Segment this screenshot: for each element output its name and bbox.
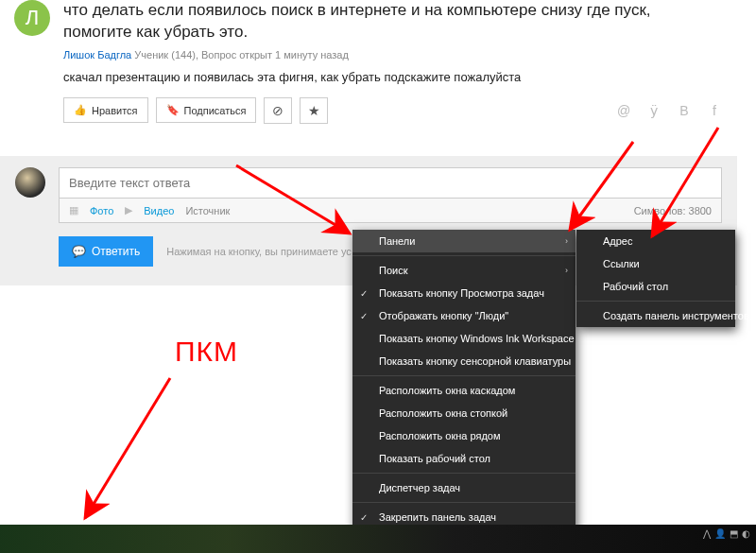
vk-icon[interactable]: B	[676, 103, 693, 118]
star-button[interactable]: ★	[300, 97, 328, 124]
ctx-search[interactable]: Поиск›	[352, 259, 576, 282]
author-avatar: Л	[14, 0, 50, 36]
terms-text: Нажимая на кнопку, вы принимаете ус	[166, 246, 352, 257]
fb-icon[interactable]: f	[706, 103, 723, 118]
check-icon: ✓	[360, 288, 368, 299]
windows-taskbar[interactable]: ⋀ 👤 ⬒ ◐	[0, 525, 756, 553]
chevron-right-icon: ›	[565, 236, 568, 246]
sub-links[interactable]: Ссылки	[576, 252, 735, 275]
photo-icon[interactable]: ▦	[69, 204, 78, 216]
check-icon: ✓	[360, 311, 368, 321]
people-icon[interactable]: 👤	[714, 528, 726, 539]
question-meta: Лишок Бадгла Ученик (144), Вопрос открыт…	[63, 49, 723, 60]
star-icon: ★	[308, 103, 320, 118]
user-avatar	[15, 167, 45, 198]
question-body: скачал презентацию и появилась эта фигня…	[63, 70, 723, 84]
bookmark-icon: 🔖	[166, 104, 180, 116]
subscribe-label: Подписаться	[184, 105, 247, 116]
check-icon: ✓	[360, 512, 368, 523]
like-button[interactable]: 👍 Нравится	[63, 97, 148, 123]
ctx-show-people[interactable]: ✓ Отображать кнопку "Люди"	[352, 304, 576, 327]
char-counter: Символов: 3800	[634, 205, 712, 216]
thumb-up-icon: 👍	[74, 104, 87, 116]
ctx-show-taskview[interactable]: ✓ Показать кнопку Просмотра задач	[352, 282, 576, 304]
answer-input[interactable]	[59, 167, 722, 199]
annotation-pkm: ПКМ	[175, 336, 238, 368]
chevron-right-icon: ›	[565, 266, 568, 275]
video-link[interactable]: Видео	[144, 205, 174, 216]
sub-desktop[interactable]: Рабочий стол	[576, 275, 735, 298]
answer-toolbar: ▦ Фото ▶ Видео Источник Символов: 3800	[59, 199, 722, 223]
question-title: что делать если появилось поиск в интерн…	[63, 0, 723, 43]
ctx-show-desktop[interactable]: Показать рабочий стол	[352, 447, 576, 470]
video-icon[interactable]: ▶	[125, 204, 132, 216]
block-icon: ⊘	[272, 103, 284, 118]
taskbar-context-menu: Панели› Поиск› ✓ Показать кнопку Просмот…	[352, 230, 576, 551]
source-link[interactable]: Источник	[185, 205, 230, 216]
like-label: Нравится	[92, 105, 138, 116]
tray-icon[interactable]: ⋀	[703, 528, 711, 539]
system-tray[interactable]: ⋀ 👤 ⬒ ◐	[703, 528, 750, 539]
tray-icon[interactable]: ⬒	[730, 528, 738, 539]
sub-new-toolbar[interactable]: Создать панель инструментов...	[576, 304, 735, 327]
photo-link[interactable]: Фото	[90, 205, 113, 216]
svg-line-3	[85, 378, 170, 518]
author-link[interactable]: Лишок Бадгла	[63, 49, 131, 60]
ctx-show-touch-kb[interactable]: Показать кнопку сенсорной клавиатуры	[352, 350, 576, 372]
tray-icon[interactable]: ◐	[742, 528, 750, 539]
ctx-stack[interactable]: Расположить окна стопкой	[352, 402, 576, 424]
social-share: @ ӱ B f	[615, 103, 723, 118]
ctx-side[interactable]: Расположить окна рядом	[352, 424, 576, 447]
submit-label: Ответить	[92, 245, 140, 258]
at-icon[interactable]: @	[615, 103, 632, 118]
speech-icon: 💬	[72, 245, 86, 258]
panels-submenu: Адрес Ссылки Рабочий стол Создать панель…	[576, 230, 735, 327]
ctx-cascade[interactable]: Расположить окна каскадом	[352, 379, 576, 402]
ctx-taskmgr[interactable]: Диспетчер задач	[352, 476, 576, 499]
subscribe-button[interactable]: 🔖 Подписаться	[156, 97, 257, 123]
question-card: Л что делать если появилось поиск в инте…	[0, 0, 737, 138]
block-button[interactable]: ⊘	[264, 97, 292, 124]
ctx-show-ink[interactable]: Показать кнопку Windows Ink Workspace	[352, 327, 576, 350]
author-rank: Ученик (144), Вопрос открыт 1 минуту наз…	[134, 49, 349, 60]
sub-address[interactable]: Адрес	[576, 230, 735, 252]
ok-icon[interactable]: ӱ	[645, 103, 662, 118]
ctx-panels[interactable]: Панели›	[352, 230, 576, 252]
submit-answer-button[interactable]: 💬 Ответить	[59, 236, 153, 267]
